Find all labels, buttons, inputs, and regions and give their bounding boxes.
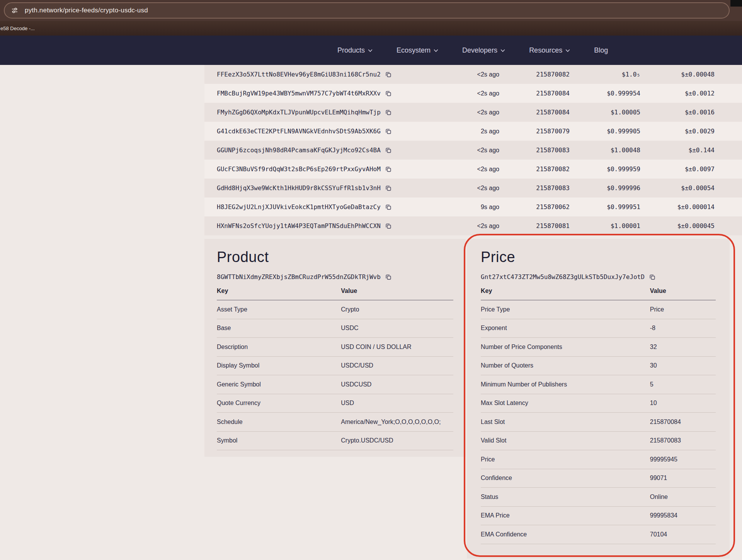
kv-value: 30 — [650, 362, 716, 369]
kv-row: Schedule America/New_York;O,O,O,O,O,O,O; — [217, 413, 453, 432]
kv-row: Status Online — [481, 488, 716, 507]
publisher-address-text: FMyhZGgD6QXoMpKdxTLJVpunWUpcvELEmMQihqHm… — [217, 109, 381, 116]
kv-value: Crypto — [341, 306, 453, 313]
publisher-address-text: GUcFC3NBuVSf9rdQqW3t2sBcP6sEp269rtPxxGyv… — [217, 165, 381, 173]
kv-value: 215870084 — [650, 419, 716, 426]
kv-row: Confidence 99071 — [481, 469, 716, 488]
nav-item[interactable]: Resources — [529, 46, 570, 54]
url-bar[interactable]: pyth.network/price-feeds/crypto-usdc-usd — [4, 2, 730, 19]
browser-corner-patch — [730, 0, 742, 7]
nav-item-label: Resources — [529, 46, 562, 54]
kv-value: Price — [650, 306, 716, 313]
kv-key: EMA Price — [481, 512, 650, 519]
chevron-down-icon — [500, 49, 505, 52]
slot-number: 215870062 — [499, 203, 570, 211]
publisher-address: GdHd8HjqX3we9WcKth1HkHUD9r8kCSSYuFfR1sb1… — [217, 184, 434, 192]
publisher-address: GGUNPj6zcoqsjNh98dR4PcamsaKFqGKJyjMco92C… — [217, 146, 434, 154]
nav-item[interactable]: Developers — [462, 46, 505, 54]
table-row: GUcFC3NBuVSf9rdQqW3t2sBcP6sEp269rtPxxGyv… — [204, 160, 742, 179]
copy-icon[interactable] — [385, 147, 391, 153]
publisher-feed-table: FFEezX3o5X7LttNo8EVHev96yE8mGiU83ni168Cr… — [204, 65, 742, 235]
table-row: H8JEG2wjU2LnjXJUVkivEokcK1pmtHXTyoGeDaBt… — [204, 197, 742, 216]
slot-number: 215870079 — [499, 128, 570, 135]
chevron-down-icon — [368, 49, 373, 52]
kv-row: Valid Slot 215870083 — [481, 432, 716, 451]
copy-icon[interactable] — [385, 185, 391, 191]
kv-row: Asset Type Crypto — [217, 300, 453, 319]
kv-row: Quote Currency USD — [217, 394, 453, 413]
price-value: $1.00048 — [570, 146, 640, 154]
nav-item-label: Developers — [462, 46, 497, 54]
price-account-key: Gnt27xtC473ZT2Mw5u8wZ68Z3gULkSTb5DuxJy7e… — [481, 273, 716, 281]
nav-item-label: Ecosystem — [397, 46, 431, 54]
table-row: HXnWFNs2oSfcYUojy1tAW4P3EQTamPTNSduEhPhW… — [204, 216, 742, 235]
confidence-value: $±0.00048 — [640, 71, 715, 78]
confidence-value: $±0.000045 — [640, 222, 715, 230]
nav-item[interactable]: Products — [337, 46, 373, 54]
kv-key: Valid Slot — [481, 437, 650, 444]
kv-row: Price 99995945 — [481, 450, 716, 469]
kv-value: 99995834 — [650, 512, 716, 519]
nav-item-label: Blog — [594, 46, 608, 54]
nav-items: Products Ecosystem Developers Resources … — [337, 36, 608, 65]
confidence-value: $±0.0016 — [640, 109, 715, 116]
kv-value: 32 — [650, 344, 716, 351]
confidence-value: $±0.0029 — [640, 128, 715, 135]
price-kv-table: Price Type Price Exponent -8 Number of P… — [481, 300, 716, 544]
copy-icon[interactable] — [385, 223, 391, 229]
kv-row: Description USD COIN / US DOLLAR — [217, 338, 453, 357]
table-row: GdHd8HjqX3we9WcKth1HkHUD9r8kCSSYuFfR1sb1… — [204, 179, 742, 197]
nav-item-label: Products — [337, 46, 365, 54]
publisher-address-text: FFEezX3o5X7LttNo8EVHev96yE8mGiU83ni168Cr… — [217, 71, 381, 78]
page: pyth.network/price-feeds/crypto-usdc-usd… — [0, 0, 742, 560]
kv-key: Schedule — [217, 419, 341, 426]
copy-icon[interactable] — [385, 204, 391, 210]
kv-key: Minimum Number of Publishers — [481, 381, 650, 388]
bookmarks-bar: e58 Decode -... — [0, 21, 742, 36]
last-updated: <2s ago — [434, 147, 499, 154]
kv-key: Description — [217, 344, 341, 351]
slot-number: 215870084 — [499, 90, 570, 97]
kv-value: 5 — [650, 381, 716, 388]
copy-icon[interactable] — [649, 274, 655, 280]
kv-key: Price — [481, 456, 650, 463]
bookmark-item[interactable]: e58 Decode -... — [0, 26, 35, 31]
publisher-address-text: H8JEG2wjU2LnjXJUVkivEokcK1pmtHXTyoGeDaBt… — [217, 203, 381, 211]
price-value: $0.999951 — [570, 203, 640, 211]
kv-value: USDCUSD — [341, 381, 453, 388]
kv-header: Key Value — [217, 288, 453, 300]
kv-header: Key Value — [481, 288, 716, 300]
product-kv-table: Asset Type Crypto Base USDC Description … — [217, 300, 453, 450]
nav-item[interactable]: Blog — [594, 46, 608, 54]
copy-icon[interactable] — [385, 128, 391, 134]
chevron-down-icon — [565, 49, 570, 52]
price-panel: Price Gnt27xtC473ZT2Mw5u8wZ68Z3gULkSTb5D… — [467, 239, 730, 558]
kv-row: EMA Price 99995834 — [481, 507, 716, 526]
publisher-address-text: GdHd8HjqX3we9WcKth1HkHUD9r8kCSSYuFfR1sb1… — [217, 184, 381, 192]
kv-key: Base — [217, 325, 341, 332]
copy-icon[interactable] — [385, 109, 391, 116]
kv-value: 99071 — [650, 475, 716, 482]
publisher-address: FMBcBujRgVW19pe43WBY5mwnVM757C7ybWT4t6Mx… — [217, 90, 434, 97]
copy-icon[interactable] — [385, 71, 391, 78]
confidence-value: $±0.144 — [640, 146, 715, 154]
product-panel: Product 8GWTTbNiXdmyZREXbjsZBmCRuzdPrW55… — [204, 239, 466, 457]
nav-item[interactable]: Ecosystem — [397, 46, 438, 54]
kv-key: Status — [481, 494, 650, 500]
kv-row: Max Slot Latency 10 — [481, 394, 716, 413]
kv-key: Price Type — [481, 306, 650, 313]
publisher-address: FMyhZGgD6QXoMpKdxTLJVpunWUpcvELEmMQihqHm… — [217, 109, 434, 116]
site-settings-icon[interactable] — [11, 7, 19, 14]
key-column-header: Key — [217, 288, 341, 294]
copy-icon[interactable] — [385, 274, 391, 280]
product-account-key-text: 8GWTTbNiXdmyZREXbjsZBmCRuzdPrW55dnZGDkTR… — [217, 273, 381, 281]
copy-icon[interactable] — [385, 90, 391, 97]
kv-key: Confidence — [481, 475, 650, 482]
kv-key: Quote Currency — [217, 400, 341, 407]
confidence-value: $±0.0097 — [640, 165, 715, 173]
price-value: $0.999996 — [570, 184, 640, 192]
copy-icon[interactable] — [385, 166, 391, 172]
slot-number: 215870081 — [499, 222, 570, 230]
kv-value: Crypto.USDC/USD — [341, 437, 453, 444]
kv-value: -8 — [650, 325, 716, 332]
